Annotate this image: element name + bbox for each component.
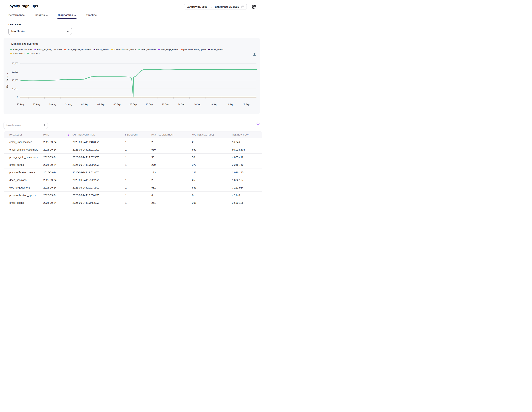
table-cell: 581 (149, 184, 190, 191)
table-cell: 2025-09-24T19:55:44Z (70, 191, 123, 199)
table-cell: 53 (149, 153, 190, 161)
table-row-email_eligible_customers[interactable]: email_eligible_customers2025-09-242025-0… (4, 146, 262, 153)
legend-item-deep_sessions[interactable]: deep_sessions (139, 48, 156, 51)
settings-gear-icon[interactable] (252, 5, 256, 9)
table-row-deep_sessions[interactable]: deep_sessions2025-09-242025-09-24T15:22:… (4, 176, 262, 184)
column-header-avg-file-size-mbs-[interactable]: Avg file size (MBs) (190, 131, 230, 138)
legend-label: pushnotification_opens (183, 48, 206, 51)
table-cell: 2 (190, 138, 230, 146)
table-row-email_unsubscribes[interactable]: email_unsubscribes2025-09-242025-09-24T1… (4, 138, 262, 146)
legend-dot (139, 49, 140, 50)
date-range-picker[interactable]: January 01, 2025 → September 25, 2025 (184, 4, 247, 10)
legend-label: deep_sessions (141, 48, 156, 51)
table-cell: 25 (190, 176, 230, 184)
legend-dot (111, 49, 113, 50)
table-cell: 2025-09-24T19:39:28Z (70, 161, 123, 169)
table-row-pushnotification_opens[interactable]: pushnotification_opens2025-09-242025-09-… (4, 191, 262, 199)
y-tick-label: 20,000 (12, 87, 18, 90)
tabs-divider (4, 19, 262, 19)
legend-item-pushnotification_sends[interactable]: pushnotification_sends (111, 48, 136, 51)
legend-item-customers[interactable]: customers (27, 52, 40, 55)
date-range-end[interactable]: September 25, 2025 (215, 6, 239, 8)
column-header-last-delivery-time[interactable]: Last delivery time (70, 131, 123, 138)
legend-label: web_engagement (161, 48, 178, 51)
table-cell: 2025-09-24 (41, 199, 70, 206)
table-cell: 2025-09-24 (41, 169, 70, 176)
search-input[interactable] (6, 124, 42, 127)
table-row-web_engagement[interactable]: web_engagement2025-09-242025-09-24T20:03… (4, 184, 262, 191)
table-row-email_opens[interactable]: email_opens2025-09-242025-09-24T19:45:58… (4, 199, 262, 206)
tab-diagnostics[interactable]: Diagnostics (58, 13, 76, 19)
chevron-down-icon (74, 14, 76, 17)
table-cell: 53 (190, 153, 230, 161)
page-title: loyalty_sign_ups (9, 4, 38, 8)
table-cell: 2025-09-24 (41, 153, 70, 161)
table-cell: email_eligible_customers (4, 146, 41, 153)
x-tick-label: 04 Sep (97, 103, 104, 106)
column-header-date[interactable]: Date↓ (41, 131, 70, 138)
legend-item-email_unsubscribes[interactable]: email_unsubscribes (10, 48, 32, 51)
legend-item-pushnotification_opens[interactable]: pushnotification_opens (181, 48, 206, 51)
legend-dot (27, 53, 29, 55)
table-cell: 123 (149, 169, 190, 176)
table-cell: 279 (190, 161, 230, 169)
tab-performance[interactable]: Performance (9, 13, 25, 19)
table-cell: 581 (190, 184, 230, 191)
legend-item-push_eligible_customers[interactable]: push_eligible_customers (64, 48, 91, 51)
table-cell: 2025-09-24 (41, 184, 70, 191)
legend-dot (94, 49, 95, 50)
table-cell: 3,265,769 (230, 161, 262, 169)
page-header: loyalty_sign_ups January 01, 2025 → Sept… (0, 0, 266, 10)
legend-dot (158, 49, 160, 50)
column-header-data-asset[interactable]: Data asset (4, 131, 41, 138)
table-cell: push_eligible_customers (4, 153, 41, 161)
search-icon (42, 124, 46, 127)
tab-timeline[interactable]: Timeline (86, 13, 97, 19)
legend-label: email_opens (211, 48, 223, 51)
legend-item-email_sends[interactable]: email_sends (94, 48, 109, 51)
x-tick-label: 29 Aug (49, 103, 56, 106)
table-cell: web_engagement (4, 184, 41, 191)
chart-download-icon[interactable] (253, 52, 256, 56)
column-header-file-row-count[interactable]: File row count (230, 131, 262, 138)
chevron-down-icon (67, 30, 69, 33)
x-tick-label: 25 Aug (17, 103, 24, 106)
date-range-arrow-icon: → (210, 5, 213, 8)
table-cell: 1 (123, 184, 149, 191)
table-cell: 2,630,125 (230, 199, 262, 206)
legend-label: customers (29, 52, 40, 55)
table-cell: 1,632,167 (230, 176, 262, 184)
table-cell: 261 (190, 199, 230, 206)
legend-item-email_eligible_customers[interactable]: email_eligible_customers (35, 48, 62, 51)
legend-label: pushnotification_sends (114, 48, 136, 51)
sort-descending-icon[interactable]: ↓ (68, 133, 69, 136)
column-header-max-file-size-mbs-[interactable]: Max file size (MBs) (149, 131, 190, 138)
legend-item-email_opens[interactable]: email_opens (208, 48, 223, 51)
table-row-pushnotification_sends[interactable]: pushnotification_sends2025-09-242025-09-… (4, 169, 262, 176)
chart-metric-select[interactable]: Max file size (9, 28, 72, 35)
date-range-start[interactable]: January 01, 2025 (187, 6, 207, 8)
search-assets-box[interactable] (4, 122, 48, 129)
chart-legend: email_unsubscribesemail_eligible_custome… (4, 46, 260, 55)
legend-label: email_clicks (13, 52, 25, 55)
table-cell: 2025-09-24T15:01:17Z (70, 146, 123, 153)
table-download-icon[interactable] (256, 121, 260, 125)
table-cell: 1 (123, 199, 149, 206)
table-row-email_sends[interactable]: email_sends2025-09-242025-09-24T19:39:28… (4, 161, 262, 169)
table-cell: 550 (149, 146, 190, 153)
column-header-label: Date (43, 134, 49, 136)
x-tick-label: 12 Sep (162, 103, 169, 106)
table-cell: 2025-09-24 (41, 138, 70, 146)
tab-insights[interactable]: Insights (35, 13, 48, 19)
table-cell: 16,346 (230, 138, 262, 146)
table-cell: 261 (149, 199, 190, 206)
assets-table: Data assetDate↓Last delivery timeFile co… (4, 131, 262, 206)
table-row-push_eligible_customers[interactable]: push_eligible_customers2025-09-242025-09… (4, 153, 262, 161)
column-header-file-count[interactable]: File count (123, 131, 149, 138)
series-customers (20, 69, 256, 97)
legend-item-web_engagement[interactable]: web_engagement (158, 48, 178, 51)
legend-item-email_clicks[interactable]: email_clicks (10, 52, 25, 55)
legend-label: email_unsubscribes (13, 48, 32, 51)
line-chart-plot[interactable]: 020,00040,00060,00080,000Max file size25… (4, 61, 260, 114)
table-cell: 550 (190, 146, 230, 153)
